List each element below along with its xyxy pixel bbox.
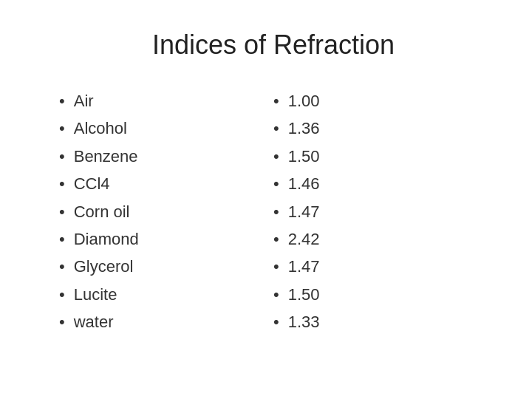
bullet-icon: • <box>273 198 279 225</box>
substance-label: Benzene <box>74 143 138 170</box>
value-label: 2.42 <box>288 225 320 253</box>
substance-label: Glycerol <box>74 253 134 280</box>
substance-label: Corn oil <box>74 198 130 225</box>
value-item: •1.47 <box>273 198 488 225</box>
content-area: •Air•Alcohol•Benzene•CCl4•Corn oil•Diamo… <box>59 87 488 336</box>
bullet-icon: • <box>59 308 65 335</box>
bullet-icon: • <box>59 143 65 170</box>
substance-item: •Glycerol <box>59 253 273 280</box>
substance-label: CCl4 <box>74 170 110 197</box>
substance-label: Alcohol <box>74 115 127 142</box>
value-label: 1.50 <box>288 143 320 170</box>
substance-item: •Alcohol <box>59 115 273 142</box>
bullet-icon: • <box>273 308 279 335</box>
bullet-icon: • <box>273 87 279 115</box>
substance-label: Air <box>74 87 94 115</box>
bullet-icon: • <box>59 198 65 225</box>
value-item: •1.50 <box>273 281 488 308</box>
value-item: •1.50 <box>273 143 488 170</box>
values-column: •1.00•1.36•1.50•1.46•1.47•2.42•1.47•1.50… <box>273 87 488 336</box>
bullet-icon: • <box>273 281 279 308</box>
value-label: 1.00 <box>288 87 320 115</box>
substance-label: Lucite <box>74 281 117 308</box>
bullet-icon: • <box>59 225 65 253</box>
value-item: •1.46 <box>273 170 488 197</box>
bullet-icon: • <box>273 170 279 197</box>
value-label: 1.50 <box>288 281 320 308</box>
value-item: •2.42 <box>273 225 488 253</box>
substance-item: •CCl4 <box>59 170 273 197</box>
bullet-icon: • <box>273 115 279 142</box>
substances-column: •Air•Alcohol•Benzene•CCl4•Corn oil•Diamo… <box>59 87 273 336</box>
substance-item: •Corn oil <box>59 198 273 225</box>
bullet-icon: • <box>273 253 279 280</box>
bullet-icon: • <box>59 253 65 280</box>
page-title: Indices of Refraction <box>152 30 395 61</box>
value-label: 1.47 <box>288 198 320 225</box>
substance-item: •Diamond <box>59 225 273 253</box>
bullet-icon: • <box>273 143 279 170</box>
bullet-icon: • <box>59 170 65 197</box>
substance-item: •water <box>59 308 273 335</box>
substance-label: water <box>74 308 114 335</box>
value-item: •1.47 <box>273 253 488 280</box>
substance-label: Diamond <box>74 225 139 253</box>
bullet-icon: • <box>273 225 279 253</box>
substance-item: •Air <box>59 87 273 115</box>
value-item: •1.33 <box>273 308 488 335</box>
bullet-icon: • <box>59 281 65 308</box>
value-label: 1.47 <box>288 253 320 280</box>
substance-item: •Lucite <box>59 281 273 308</box>
bullet-icon: • <box>59 115 65 142</box>
substance-item: •Benzene <box>59 143 273 170</box>
value-item: •1.00 <box>273 87 488 115</box>
bullet-icon: • <box>59 87 65 115</box>
value-label: 1.33 <box>288 308 320 335</box>
value-label: 1.46 <box>288 170 320 197</box>
value-item: •1.36 <box>273 115 488 142</box>
value-label: 1.36 <box>288 115 320 142</box>
